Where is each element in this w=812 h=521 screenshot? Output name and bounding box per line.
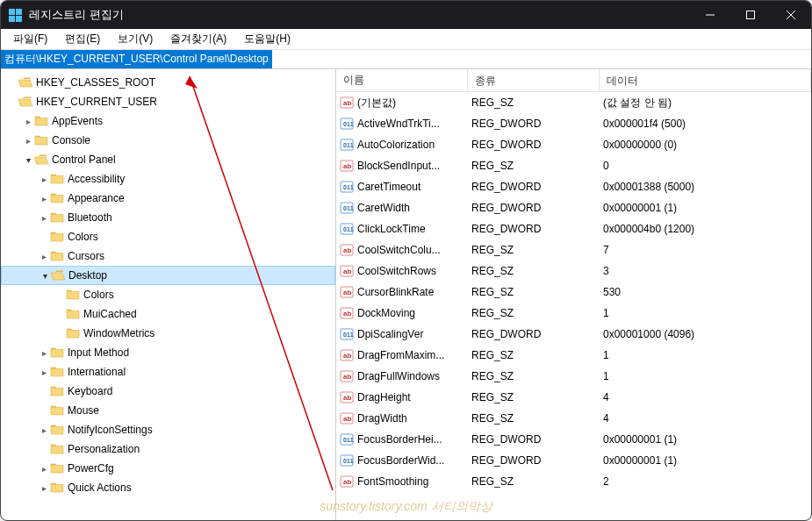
tree-label: Desktop (68, 269, 107, 282)
tree-label: PowerCfg (68, 462, 114, 475)
chevron-right-icon[interactable]: ▸ (38, 346, 50, 359)
chevron-right-icon[interactable]: ▸ (38, 482, 50, 494)
list-row[interactable]: abCoolSwitchRowsREG_SZ3 (336, 260, 811, 282)
value-name: CursorBlinkRate (357, 286, 434, 298)
list-row[interactable]: 011FocusBorderHei...REG_DWORD0x00000001 … (336, 429, 811, 450)
chevron-right-icon[interactable]: ▸ (38, 211, 50, 224)
menu-file[interactable]: 파일(F) (4, 29, 56, 49)
tree-node[interactable]: ▸Input Method (1, 343, 335, 362)
header-name[interactable]: 이름 (336, 69, 468, 91)
tree-node[interactable]: ▸Bluetooth (1, 208, 335, 227)
cell-name: abFontSmoothing (340, 475, 471, 489)
list-row[interactable]: abDragHeightREG_SZ4 (336, 387, 811, 408)
chevron-right-icon[interactable]: ▸ (38, 192, 50, 204)
header-type[interactable]: 종류 (468, 69, 600, 91)
tree-node[interactable]: ▸Accessibility (1, 169, 335, 189)
tree-node[interactable]: ▸WindowMetrics (1, 324, 335, 343)
tree-label: Colors (83, 289, 114, 301)
list-row[interactable]: 011DpiScalingVerREG_DWORD0x00001000 (409… (336, 324, 811, 345)
tree-node[interactable]: ▸HKEY_CURRENT_USER (1, 92, 335, 111)
cell-name: abCursorBlinkRate (340, 285, 471, 299)
menu-favorites[interactable]: 즐겨찾기(A) (162, 29, 235, 49)
tree-node[interactable]: ▾Desktop (1, 266, 335, 285)
value-type-icon: ab (340, 348, 354, 362)
chevron-right-icon[interactable]: ▸ (22, 134, 34, 146)
address-path[interactable]: 컴퓨터\HKEY_CURRENT_USER\Control Panel\Desk… (1, 50, 272, 68)
folder-icon (50, 173, 64, 185)
chevron-right-icon[interactable]: ▸ (38, 424, 50, 436)
list-row[interactable]: 011FocusBorderWid...REG_DWORD0x00000001 … (336, 450, 811, 471)
list-row[interactable]: abFontSmoothingREG_SZ2 (336, 471, 811, 492)
list-row[interactable]: 011CaretWidthREG_DWORD0x00000001 (1) (336, 197, 811, 218)
value-type-icon: 011 (340, 432, 354, 446)
tree-node[interactable]: ▸Keyboard (1, 382, 335, 401)
tree-node[interactable]: ▸HKEY_CLASSES_ROOT (1, 73, 335, 92)
cell-name: 011ClickLockTime (340, 222, 471, 236)
list-row[interactable]: ab(기본값)REG_SZ(값 설정 안 됨) (336, 92, 811, 113)
list-pane[interactable]: 이름 종류 데이터 ab(기본값)REG_SZ(값 설정 안 됨)011Acti… (336, 69, 811, 520)
address-bar[interactable]: 컴퓨터\HKEY_CURRENT_USER\Control Panel\Desk… (1, 50, 811, 69)
value-type-icon: 011 (340, 222, 354, 236)
tree-node[interactable]: ▸MuiCached (1, 304, 335, 324)
chevron-right-icon[interactable]: ▸ (38, 462, 50, 475)
menu-view[interactable]: 보기(V) (109, 29, 162, 49)
chevron-right-icon[interactable]: ▸ (22, 115, 34, 127)
tree-node[interactable]: ▸PowerCfg (1, 459, 335, 478)
tree-node[interactable]: ▸Personalization (1, 439, 335, 459)
value-type-icon: 011 (340, 117, 354, 131)
close-button[interactable] (771, 1, 811, 29)
tree-node[interactable]: ▸Colors (1, 285, 335, 304)
tree-node[interactable]: ▸Colors (1, 227, 335, 246)
tree-node[interactable]: ▸NotifyIconSettings (1, 420, 335, 439)
value-type-icon: 011 (340, 327, 354, 341)
tree-label: Console (52, 134, 90, 146)
value-type-icon: ab (340, 264, 354, 278)
svg-text:011: 011 (343, 332, 354, 338)
header-data[interactable]: 데이터 (600, 69, 811, 91)
list-row[interactable]: abCursorBlinkRateREG_SZ530 (336, 282, 811, 303)
list-row[interactable]: 011ClickLockTimeREG_DWORD0x000004b0 (120… (336, 218, 811, 239)
tree-label: Mouse (68, 404, 99, 417)
tree-node[interactable]: ▸Cursors (1, 246, 335, 266)
folder-icon (34, 153, 48, 166)
tree-pane[interactable]: ▸HKEY_CLASSES_ROOT▸HKEY_CURRENT_USER▸App… (1, 69, 336, 520)
list-row[interactable]: abDragFullWindowsREG_SZ1 (336, 366, 811, 387)
folder-icon (51, 269, 65, 282)
tree-node[interactable]: ▸Quick Actions (1, 478, 335, 497)
titlebar[interactable]: 레지스트리 편집기 (1, 1, 811, 29)
list-row[interactable]: 011CaretTimeoutREG_DWORD0x00001388 (5000… (336, 176, 811, 197)
svg-text:ab: ab (343, 310, 351, 318)
tree-node[interactable]: ▾Control Panel (1, 150, 335, 169)
value-name: DragWidth (357, 412, 407, 425)
list-row[interactable]: 011ActiveWndTrkTi...REG_DWORD0x000001f4 … (336, 113, 811, 134)
chevron-down-icon[interactable]: ▾ (22, 153, 34, 166)
value-type-icon: ab (340, 243, 354, 257)
tree-node[interactable]: ▸Mouse (1, 401, 335, 420)
list-row[interactable]: abBlockSendInput...REG_SZ0 (336, 155, 811, 176)
tree-node[interactable]: ▸Console (1, 131, 335, 150)
menu-edit[interactable]: 편집(E) (56, 29, 109, 49)
list-row[interactable]: abCoolSwitchColu...REG_SZ7 (336, 239, 811, 260)
cell-data: (값 설정 안 됨) (603, 96, 811, 111)
value-name: CaretTimeout (357, 181, 420, 193)
cell-data: 2 (603, 475, 811, 488)
tree-node[interactable]: ▸International (1, 362, 335, 382)
list-row[interactable]: abDragFromMaxim...REG_SZ1 (336, 345, 811, 366)
chevron-down-icon[interactable]: ▾ (39, 269, 51, 282)
cell-data: 7 (603, 244, 811, 256)
list-row[interactable]: 011AutoColorizationREG_DWORD0x00000000 (… (336, 134, 811, 155)
tree-node[interactable]: ▸Appearance (1, 189, 335, 208)
cell-type: REG_DWORD (471, 433, 603, 446)
list-row[interactable]: abDragWidthREG_SZ4 (336, 408, 811, 429)
cell-data: 0x00001388 (5000) (603, 181, 811, 193)
maximize-button[interactable] (730, 1, 771, 29)
menu-help[interactable]: 도움말(H) (235, 29, 299, 49)
minimize-button[interactable] (690, 1, 730, 29)
tree-node[interactable]: ▸AppEvents (1, 111, 335, 131)
tree-label: International (68, 366, 126, 378)
app-icon (8, 8, 22, 22)
chevron-right-icon[interactable]: ▸ (38, 173, 50, 185)
chevron-right-icon[interactable]: ▸ (38, 366, 50, 378)
list-row[interactable]: abDockMovingREG_SZ1 (336, 303, 811, 324)
chevron-right-icon[interactable]: ▸ (38, 250, 50, 262)
